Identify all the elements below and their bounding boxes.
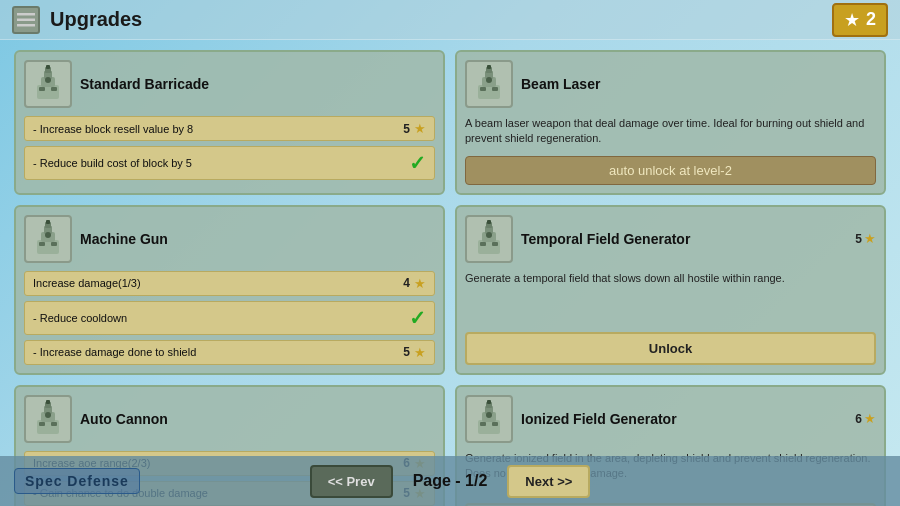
upgrade-row-standard-barricade-1[interactable]: - Reduce build cost of block by 5✓ (24, 146, 435, 180)
svg-rect-34 (487, 220, 491, 224)
tower-icon-beam-laser (465, 60, 513, 108)
upgrade-row-machine-gun-1[interactable]: - Reduce cooldown✓ (24, 301, 435, 335)
upgrade-row-machine-gun-2[interactable]: - Increase damage done to shield5★ (24, 340, 435, 365)
card-temporal-field-generator: Temporal Field Generator5★Generate a tem… (455, 205, 886, 375)
card-desc-temporal-field-generator: Generate a temporal field that slows dow… (465, 271, 876, 323)
svg-rect-32 (492, 242, 498, 246)
prev-button[interactable]: << Prev (310, 465, 393, 498)
upgrade-label-standard-barricade-1: - Reduce build cost of block by 5 (33, 157, 192, 169)
upgrades-grid: Standard Barricade- Increase block resel… (0, 40, 900, 456)
cost-num-machine-gun-0: 4 (403, 276, 410, 290)
svg-rect-16 (492, 87, 498, 91)
tower-icon-auto-cannon (24, 395, 72, 443)
svg-rect-10 (46, 65, 50, 69)
svg-rect-24 (51, 242, 57, 246)
svg-rect-42 (46, 400, 50, 404)
svg-point-33 (486, 232, 492, 238)
svg-rect-1 (17, 18, 35, 21)
cost-num-machine-gun-2: 5 (403, 345, 410, 359)
tower-icon-temporal-field-generator (465, 215, 513, 263)
card-title-ionized-field-generator: Ionized Field Generator (521, 411, 677, 427)
footer-center: << Prev Page - 1/2 Next >> (310, 465, 591, 498)
svg-rect-15 (480, 87, 486, 91)
card-title-temporal-field-generator: Temporal Field Generator (521, 231, 690, 247)
card-title-cost-ionized-field-generator: 6★ (855, 411, 876, 426)
star-count: 2 (866, 9, 876, 30)
page-label: Page - 1/2 (413, 472, 488, 490)
svg-rect-26 (46, 220, 50, 224)
star-icon-machine-gun-2: ★ (414, 345, 426, 360)
checkmark-icon-machine-gun-1: ✓ (409, 306, 426, 330)
card-title-auto-cannon: Auto Cannon (80, 411, 168, 427)
svg-point-9 (45, 77, 51, 83)
auto-unlock-beam-laser: auto unlock at level-2 (465, 156, 876, 185)
card-header-machine-gun: Machine Gun (24, 215, 435, 263)
star-badge: ★ 2 (832, 3, 888, 37)
svg-rect-7 (39, 87, 45, 91)
svg-rect-31 (480, 242, 486, 246)
card-title-standard-barricade: Standard Barricade (80, 76, 209, 92)
svg-rect-2 (17, 24, 35, 27)
svg-rect-47 (480, 422, 486, 426)
cost-num-standard-barricade-0: 5 (403, 122, 410, 136)
svg-point-17 (486, 77, 492, 83)
upgrade-label-standard-barricade-0: - Increase block resell value by 8 (33, 123, 193, 135)
game-logo: Spec Defense (14, 468, 140, 494)
page-title: Upgrades (50, 8, 832, 31)
svg-rect-40 (51, 422, 57, 426)
upgrade-row-machine-gun-0[interactable]: Increase damage(1/3)4★ (24, 271, 435, 296)
upgrade-label-machine-gun-2: - Increase damage done to shield (33, 346, 196, 358)
svg-rect-39 (39, 422, 45, 426)
menu-icon[interactable] (12, 6, 40, 34)
card-header-beam-laser: Beam Laser (465, 60, 876, 108)
svg-point-41 (45, 412, 51, 418)
footer-left: Spec Defense (14, 468, 140, 494)
card-header-ionized-field-generator: Ionized Field Generator6★ (465, 395, 876, 443)
svg-rect-18 (487, 65, 491, 69)
card-title-beam-laser: Beam Laser (521, 76, 600, 92)
unlock-button-temporal-field-generator[interactable]: Unlock (465, 332, 876, 365)
upgrade-label-machine-gun-0: Increase damage(1/3) (33, 277, 141, 289)
card-title-cost-temporal-field-generator: 5★ (855, 231, 876, 246)
upgrade-row-standard-barricade-0[interactable]: - Increase block resell value by 85★ (24, 116, 435, 141)
card-beam-laser: Beam LaserA beam laser weapon that deal … (455, 50, 886, 195)
svg-rect-23 (39, 242, 45, 246)
svg-rect-50 (487, 400, 491, 404)
card-header-temporal-field-generator: Temporal Field Generator5★ (465, 215, 876, 263)
svg-point-25 (45, 232, 51, 238)
svg-rect-48 (492, 422, 498, 426)
card-title-machine-gun: Machine Gun (80, 231, 168, 247)
star-icon-machine-gun-0: ★ (414, 276, 426, 291)
card-header-standard-barricade: Standard Barricade (24, 60, 435, 108)
card-machine-gun: Machine GunIncrease damage(1/3)4★- Reduc… (14, 205, 445, 375)
svg-rect-8 (51, 87, 57, 91)
star-icon: ★ (844, 9, 860, 31)
card-header-auto-cannon: Auto Cannon (24, 395, 435, 443)
footer: Spec Defense << Prev Page - 1/2 Next >> (0, 456, 900, 506)
header: Upgrades ★ 2 (0, 0, 900, 40)
checkmark-icon-standard-barricade-1: ✓ (409, 151, 426, 175)
star-icon-standard-barricade-0: ★ (414, 121, 426, 136)
next-button[interactable]: Next >> (507, 465, 590, 498)
tower-icon-standard-barricade (24, 60, 72, 108)
tower-icon-ionized-field-generator (465, 395, 513, 443)
upgrade-label-machine-gun-1: - Reduce cooldown (33, 312, 127, 324)
svg-point-49 (486, 412, 492, 418)
tower-icon-machine-gun (24, 215, 72, 263)
card-standard-barricade: Standard Barricade- Increase block resel… (14, 50, 445, 195)
svg-rect-0 (17, 13, 35, 16)
card-desc-beam-laser: A beam laser weapon that deal damage ove… (465, 116, 876, 147)
